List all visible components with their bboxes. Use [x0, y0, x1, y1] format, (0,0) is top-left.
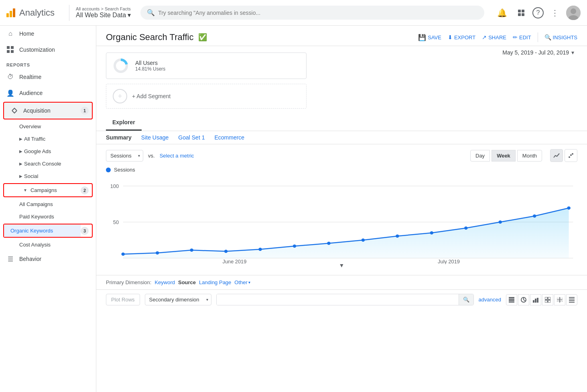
- sidebar-item-behavior[interactable]: ☰ Behavior: [0, 251, 96, 267]
- overview-label: Overview: [19, 123, 41, 129]
- acquisition-badge: 1: [81, 107, 89, 115]
- filter-search-input[interactable]: [217, 294, 459, 305]
- search-filter: 🔍: [216, 294, 474, 305]
- social-label: Social: [24, 173, 38, 179]
- search-area: 🔍: [140, 6, 484, 20]
- svg-point-11: [572, 153, 573, 155]
- sidebar-overview[interactable]: Overview: [0, 120, 96, 133]
- search-console-label: Search Console: [24, 161, 61, 167]
- content-header: Organic Search Traffic ✅ 💾 SAVE ⬇ EXPORT…: [96, 26, 587, 46]
- add-segment-card[interactable]: + + Add Segment: [106, 84, 307, 109]
- sub-tabs: Summary Site Usage Goal Set 1 Ecommerce: [96, 131, 587, 144]
- svg-point-22: [258, 248, 262, 251]
- pivot-view-icon[interactable]: [554, 294, 565, 305]
- tab-summary[interactable]: Summary: [106, 134, 132, 144]
- sidebar-item-audience[interactable]: 👤 Audience: [0, 85, 96, 101]
- add-segment-circle-icon: +: [113, 89, 127, 103]
- sidebar-organic-keywords[interactable]: Organic Keywords: [4, 224, 81, 237]
- date-range-selector[interactable]: May 5, 2019 - Jul 20, 2019 ▾: [502, 49, 574, 56]
- svg-point-23: [293, 244, 297, 248]
- main-layout: ⌂ Home Customization REPORTS ⏱ Realtime …: [0, 26, 587, 392]
- insights-button[interactable]: 🔍 INSIGHTS: [544, 34, 577, 40]
- tab-ecommerce[interactable]: Ecommerce: [214, 134, 244, 144]
- filter-search-button[interactable]: 🔍: [459, 294, 473, 305]
- sidebar-item-home[interactable]: ⌂ Home: [0, 26, 96, 42]
- sidebar-social[interactable]: ▶ Social: [0, 170, 96, 182]
- export-label: EXPORT: [454, 34, 475, 40]
- data-view-icon[interactable]: [566, 294, 577, 305]
- advanced-filter-link[interactable]: advanced: [479, 297, 501, 303]
- sidebar-cost-analysis[interactable]: Cost Analysis: [0, 238, 96, 251]
- search-input[interactable]: [158, 10, 478, 16]
- metric-select[interactable]: Sessions: [106, 150, 143, 162]
- bar-view-icon[interactable]: [530, 294, 541, 305]
- notification-icon[interactable]: 🔔: [494, 5, 510, 21]
- insights-label: INSIGHTS: [553, 34, 577, 40]
- primary-dimension-area: Primary Dimension: Keyword Source Landin…: [96, 275, 587, 289]
- sidebar-behavior-label: Behavior: [19, 256, 41, 262]
- svg-point-18: [121, 253, 125, 256]
- apps-grid-icon[interactable]: [513, 5, 529, 21]
- sidebar-paid-keywords[interactable]: Paid Keywords: [0, 210, 96, 223]
- comparison-view-icon[interactable]: [542, 294, 553, 305]
- svg-rect-44: [545, 297, 547, 299]
- sidebar-acquisition-label: Acquisition: [23, 107, 51, 114]
- property-selector[interactable]: All Web Site Data ▾: [76, 11, 131, 19]
- header-divider: [538, 32, 538, 42]
- other-label: Other: [234, 279, 248, 285]
- source-dimension-active[interactable]: Source: [178, 279, 196, 285]
- sidebar-all-traffic[interactable]: ▶ All Traffic: [0, 133, 96, 145]
- app-logo: Analytics: [6, 8, 55, 18]
- tab-site-usage[interactable]: Site Usage: [141, 134, 169, 144]
- edit-icon: ✏: [513, 34, 518, 40]
- chevron-right-icon-3: ▶: [19, 162, 22, 166]
- topbar: Analytics All accounts > Search Facts Al…: [0, 0, 587, 26]
- realtime-icon: ⏱: [6, 73, 14, 81]
- svg-rect-6: [11, 50, 14, 53]
- help-icon[interactable]: ?: [532, 7, 544, 18]
- content-area: Organic Search Traffic ✅ 💾 SAVE ⬇ EXPORT…: [96, 26, 587, 392]
- sidebar-search-console[interactable]: ▶ Search Console: [0, 158, 96, 170]
- edit-label: EDIT: [519, 34, 531, 40]
- save-button[interactable]: 💾 SAVE: [418, 34, 441, 41]
- sidebar-campaigns[interactable]: ▼ Campaigns: [4, 184, 81, 196]
- svg-rect-53: [569, 299, 575, 299]
- edit-button[interactable]: ✏ EDIT: [513, 34, 531, 40]
- more-options-icon[interactable]: ⋮: [547, 5, 563, 21]
- svg-point-20: [190, 249, 193, 252]
- segment-pct: 14.81% Users: [135, 66, 300, 72]
- pie-view-icon[interactable]: [518, 294, 529, 305]
- landing-page-dimension-link[interactable]: Landing Page: [199, 279, 231, 285]
- add-segment-label: + Add Segment: [132, 93, 171, 99]
- search-inner[interactable]: 🔍: [140, 6, 484, 20]
- explorer-tab[interactable]: Explorer: [106, 115, 142, 131]
- tab-goal-set[interactable]: Goal Set 1: [178, 134, 205, 144]
- sidebar-home-label: Home: [19, 30, 34, 37]
- all-campaigns-label: All Campaigns: [19, 201, 53, 207]
- sidebar-google-ads[interactable]: ▶ Google Ads: [0, 145, 96, 158]
- scatter-chart-icon[interactable]: [565, 149, 577, 162]
- export-icon: ⬇: [448, 34, 453, 40]
- other-dimension-dropdown[interactable]: Other ▾: [234, 279, 250, 285]
- user-avatar[interactable]: [566, 6, 581, 20]
- table-view-icon[interactable]: [506, 294, 517, 305]
- export-button[interactable]: ⬇ EXPORT: [448, 34, 475, 40]
- share-button[interactable]: ↗ SHARE: [482, 34, 506, 40]
- day-button[interactable]: Day: [470, 150, 490, 162]
- month-button[interactable]: Month: [517, 150, 542, 162]
- secondary-dim-wrapper: Secondary dimension: [145, 294, 211, 305]
- keyword-dimension-link[interactable]: Keyword: [154, 279, 175, 285]
- sidebar-all-campaigns[interactable]: All Campaigns: [0, 198, 96, 210]
- sidebar-customization-label: Customization: [19, 46, 55, 53]
- sidebar-item-realtime[interactable]: ⏱ Realtime: [0, 69, 96, 85]
- svg-rect-52: [569, 297, 575, 298]
- property-chevron-icon: ▾: [128, 11, 131, 19]
- line-chart-icon[interactable]: [550, 149, 563, 162]
- sidebar-item-acquisition[interactable]: Acquisition: [4, 103, 81, 119]
- svg-rect-5: [7, 50, 10, 53]
- svg-point-19: [156, 251, 159, 255]
- sidebar-item-customization[interactable]: Customization: [0, 42, 96, 58]
- select-metric-link[interactable]: Select a metric: [160, 153, 194, 159]
- week-button[interactable]: Week: [492, 150, 516, 162]
- secondary-dimension-select[interactable]: Secondary dimension: [145, 294, 211, 305]
